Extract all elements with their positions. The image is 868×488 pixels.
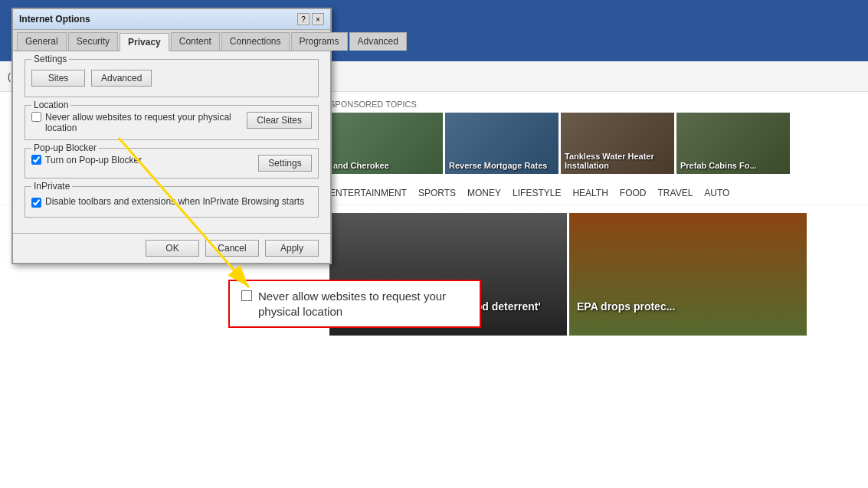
callout-annotation: Never allow websites to request your phy… [228,280,481,328]
card-4-label: Prefab Cabins Fo... [680,161,757,170]
popup-row: Turn on Pop-up Blocker Settings [31,155,312,172]
tab-connections[interactable]: Connections [221,32,290,51]
article-card-epa[interactable]: EPA drops protec... [569,213,807,336]
settings-group: Settings Sites Advanced [25,59,319,97]
nav-money[interactable]: MONEY [467,188,501,198]
dialog-titlebar: Internet Options ? × [13,9,330,30]
card-3-label: Tankless Water Heater Installation [565,152,674,170]
nav-sports[interactable]: SPORTS [418,188,456,198]
card-1-label: and Cherokee [333,161,389,170]
location-row: Never allow websites to request your phy… [31,112,312,133]
nav-food[interactable]: FOOD [620,188,647,198]
inprivate-label: InPrivate [31,181,72,192]
nav-auto[interactable]: AUTO [704,188,729,198]
dialog-controls: ? × [297,13,324,25]
nav-travel[interactable]: TRAVEL [658,188,693,198]
sponsored-card-2[interactable]: Reverse Mortgage Rates [445,113,558,174]
tab-programs[interactable]: Programs [291,32,348,51]
tab-security[interactable]: Security [68,32,118,51]
inprivate-checkbox-row: Disable toolbars and extensions when InP… [31,196,312,208]
dialog-close-button[interactable]: × [312,13,324,25]
popup-blocker-label: Pop-up Blocker [31,142,99,153]
card-2-label: Reverse Mortgage Rates [449,161,547,170]
location-checkbox-row: Never allow websites to request your phy… [31,112,243,133]
dialog-title: Internet Options [19,14,90,25]
ok-button[interactable]: OK [146,240,199,257]
sites-button[interactable]: Sites [31,70,85,87]
sponsored-card-3[interactable]: Tankless Water Heater Installation [561,113,674,174]
popup-blocker-checkbox-label: Turn on Pop-up Blocker [45,155,142,165]
tab-advanced[interactable]: Advanced [349,32,407,51]
location-checkbox[interactable] [31,112,41,122]
callout-text: Never allow websites to request your phy… [258,289,468,319]
callout-checkbox-visual [241,290,252,301]
location-label: Location [31,100,70,110]
sponsored-card-1[interactable]: and Cherokee [329,113,443,174]
popup-checkbox-row: Turn on Pop-up Blocker [31,155,254,165]
clear-sites-button[interactable]: Clear Sites [247,112,312,129]
article-epa-title: EPA drops protec... [577,300,799,313]
dialog-body: Settings Sites Advanced Location Never a… [13,51,330,233]
popup-settings-button[interactable]: Settings [258,155,312,172]
dialog-help-button[interactable]: ? [297,13,310,25]
tab-content[interactable]: Content [171,32,220,51]
settings-group-label: Settings [31,54,69,64]
nav-health[interactable]: HEALTH [572,188,608,198]
advanced-settings-button[interactable]: Advanced [91,70,152,87]
inprivate-checkbox[interactable] [31,198,41,208]
sponsored-card-4[interactable]: Prefab Cabins Fo... [676,113,790,174]
popup-blocker-checkbox[interactable] [31,155,41,165]
nav-entertainment[interactable]: ENTERTAINMENT [329,188,407,198]
location-checkbox-label: Never allow websites to request your phy… [45,112,243,133]
inprivate-checkbox-label: Disable toolbars and extensions when InP… [45,196,304,207]
tab-privacy[interactable]: Privacy [120,33,169,51]
location-group: Location Never allow websites to request… [25,105,319,140]
dialog-tabs: General Security Privacy Content Connect… [13,30,330,51]
cancel-button[interactable]: Cancel [205,240,259,257]
popup-blocker-group: Pop-up Blocker Turn on Pop-up Blocker Se… [25,148,319,178]
nav-lifestyle[interactable]: LIFESTYLE [513,188,561,198]
internet-options-dialog: Internet Options ? × General Security Pr… [11,8,332,264]
settings-buttons: Sites Advanced [31,66,312,90]
apply-button[interactable]: Apply [265,240,319,257]
inprivate-group: InPrivate Disable toolbars and extension… [25,186,319,218]
dialog-overlay: Internet Options ? × General Security Pr… [0,0,322,437]
dialog-footer: OK Cancel Apply [13,233,330,263]
tab-general[interactable]: General [17,32,67,51]
